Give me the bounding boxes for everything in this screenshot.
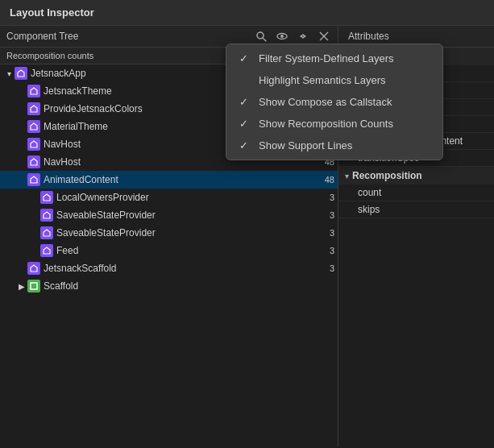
component-icon: [27, 138, 40, 151]
expand-icon[interactable]: [29, 227, 40, 239]
dropdown-item[interactable]: ✓Show Compose as Callstack: [226, 91, 442, 113]
section-title: Recomposition: [352, 170, 422, 181]
attr-row: skips: [358, 204, 484, 215]
tree-item[interactable]: LocalOwnersProvider3: [0, 189, 338, 206]
attribute-label: count: [358, 187, 381, 198]
expand-icon[interactable]: [16, 85, 27, 97]
svg-line-1: [264, 39, 267, 42]
svg-marker-12: [31, 176, 37, 183]
dropdown-item-label: Show Compose as Callstack: [259, 96, 392, 108]
tree-item-label: Scaffold: [44, 280, 334, 292]
expand-icon[interactable]: ▾: [3, 68, 15, 79]
svg-marker-16: [44, 247, 50, 254]
dropdown-menu: ✓Filter System-Defined LayersHighlight S…: [226, 44, 443, 160]
svg-marker-10: [31, 141, 37, 147]
svg-marker-9: [31, 123, 37, 130]
attributes-title: Attributes: [348, 31, 389, 42]
expand-icon[interactable]: [29, 192, 40, 203]
component-icon: [40, 209, 53, 222]
component-icon: [27, 262, 40, 275]
check-icon: ✓: [239, 96, 254, 108]
recomposition-count: 3: [318, 263, 334, 273]
expand-icon[interactable]: [29, 245, 40, 256]
svg-marker-15: [44, 230, 50, 236]
tree-item[interactable]: SaveableStateProvider3: [0, 206, 338, 224]
expand-icon[interactable]: [16, 174, 27, 185]
recomposition-count: 3: [318, 228, 334, 238]
recomposition-count: 3: [318, 246, 334, 255]
dropdown-item[interactable]: ✓Filter System-Defined Layers: [226, 48, 442, 69]
expand-icon[interactable]: ▶: [16, 280, 27, 292]
attr-row: count: [358, 187, 484, 198]
expand-icon[interactable]: [16, 139, 27, 150]
component-icon: [27, 120, 40, 133]
svg-marker-6: [18, 70, 24, 77]
expand-icon[interactable]: [16, 103, 27, 114]
component-icon: [27, 102, 40, 115]
tree-item-label: SaveableStateProvider: [56, 209, 315, 221]
svg-marker-13: [44, 194, 50, 201]
tree-item[interactable]: Feed3: [0, 242, 338, 259]
dropdown-item[interactable]: ✓Show Support Lines: [226, 135, 442, 156]
recomposition-label: Recomposition counts: [6, 51, 93, 60]
tree-item-label: AnimatedContent: [44, 174, 315, 185]
check-icon: ✓: [239, 139, 254, 151]
up-down-icon[interactable]: [296, 29, 310, 44]
title-text: Layout Inspector: [10, 6, 94, 19]
tree-item-label: SaveableStateProvider: [56, 227, 315, 239]
component-icon: [15, 67, 27, 80]
svg-marker-14: [44, 212, 50, 218]
component-icon: [40, 244, 53, 257]
dropdown-item-label: Filter System-Defined Layers: [259, 52, 394, 64]
close-icon[interactable]: [317, 29, 331, 44]
svg-point-0: [257, 32, 264, 39]
eye-icon[interactable]: [275, 29, 289, 44]
tree-item[interactable]: ▶Scaffold: [0, 277, 338, 295]
expand-icon[interactable]: [16, 121, 27, 132]
expand-icon[interactable]: [29, 209, 40, 221]
tree-item-label: JetsnackScaffold: [44, 263, 315, 274]
dropdown-item[interactable]: Highlight Semantics Layers: [226, 69, 442, 91]
section-chevron: ▾: [345, 172, 349, 180]
svg-rect-18: [31, 283, 37, 289]
component-icon: [40, 191, 53, 204]
recomposition-count: 3: [318, 193, 334, 202]
tree-item-label: Feed: [56, 245, 315, 256]
svg-marker-7: [31, 88, 37, 94]
dropdown-item-label: Show Support Lines: [259, 139, 352, 151]
component-icon: [27, 280, 40, 292]
svg-marker-11: [31, 159, 37, 165]
tree-item[interactable]: JetsnackScaffold3: [0, 259, 338, 277]
svg-marker-8: [31, 106, 37, 112]
attribute-label: skips: [358, 204, 380, 215]
expand-icon[interactable]: [16, 156, 27, 168]
dropdown-item[interactable]: ✓Show Recomposition Counts: [226, 113, 442, 135]
recomposition-count: 48: [318, 175, 334, 185]
title-bar: Layout Inspector: [0, 0, 494, 26]
attribute-item[interactable]: count: [338, 185, 494, 201]
tree-item[interactable]: AnimatedContent48: [0, 171, 338, 189]
search-icon[interactable]: [254, 29, 268, 44]
svg-marker-17: [31, 265, 37, 272]
check-icon: ✓: [239, 52, 254, 64]
component-tree-title: Component Tree: [6, 31, 247, 42]
dropdown-item-label: Show Recomposition Counts: [259, 118, 393, 130]
dropdown-item-label: Highlight Semantics Layers: [259, 74, 386, 86]
component-icon: [27, 156, 40, 168]
svg-point-3: [280, 35, 284, 38]
check-icon: ✓: [239, 118, 254, 130]
expand-icon[interactable]: [16, 263, 27, 274]
component-icon: [27, 173, 40, 186]
attribute-item[interactable]: skips: [338, 201, 494, 218]
tree-item-label: LocalOwnersProvider: [56, 192, 315, 203]
tree-item[interactable]: SaveableStateProvider3: [0, 224, 338, 242]
section-header[interactable]: ▾Recomposition: [338, 167, 494, 185]
component-icon: [27, 85, 40, 97]
component-icon: [40, 226, 53, 239]
recomposition-count: 3: [318, 210, 334, 220]
